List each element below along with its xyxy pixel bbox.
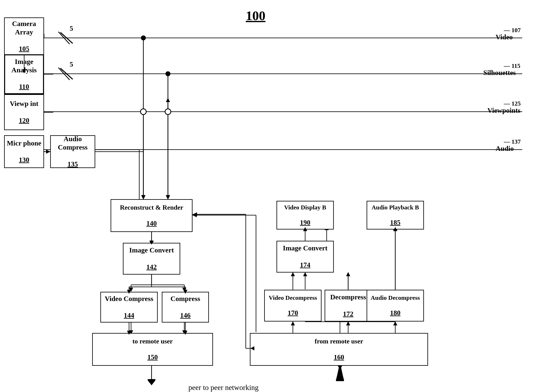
svg-marker-25 [166, 98, 170, 102]
svg-marker-81 [346, 272, 350, 276]
compress-146-box: Compress 146 [162, 292, 209, 323]
to-remote-user-box: to remote user 150 [92, 333, 213, 366]
image-convert-174-box: Image Convert 174 [277, 241, 334, 273]
svg-marker-118 [46, 150, 50, 154]
viewpoints-label: Viewpoints [487, 107, 520, 114]
svg-point-13 [141, 36, 146, 40]
audio-compress-box: Audio Compress 135 [50, 135, 95, 168]
svg-marker-89 [346, 321, 350, 325]
peer-to-peer-label: peer to peer networking [188, 383, 259, 392]
video-display-b-box: Video Display B 190 [277, 201, 334, 229]
svg-marker-93 [147, 380, 156, 385]
svg-line-111 [60, 68, 73, 79]
audio-decompress-180-box: Audio Decompress 180 [367, 290, 424, 322]
diagram: 100 5 5 [0, 0, 555, 392]
svg-line-4 [58, 32, 70, 44]
svg-marker-62 [346, 272, 350, 276]
viewpoint-box: Viewp int 120 [4, 94, 44, 130]
audio-ref: — 137 [504, 138, 521, 145]
microphone-box: Micr phone 130 [4, 135, 44, 168]
svg-point-15 [166, 72, 170, 76]
svg-point-125 [140, 109, 146, 115]
svg-marker-45 [147, 379, 156, 385]
svg-point-121 [141, 36, 146, 40]
audio-playback-b-box: Audio Playback B 185 [367, 201, 424, 229]
svg-marker-36 [129, 288, 133, 292]
svg-marker-128 [166, 98, 170, 102]
svg-marker-129 [141, 195, 146, 200]
svg-text:5: 5 [70, 25, 73, 32]
image-analysis-box: Image Analysis 110 [4, 54, 44, 94]
svg-text:5: 5 [70, 60, 73, 68]
svg-marker-96 [336, 366, 344, 380]
svg-marker-27 [166, 195, 170, 199]
svg-marker-91 [393, 321, 397, 325]
image-convert-142-box: Image Convert 142 [123, 243, 180, 274]
svg-point-123 [166, 71, 170, 76]
camera-array-box: Camera Array 105 [4, 17, 44, 55]
main-title: 100 [246, 8, 265, 23]
viewpoints-ref: — 125 [504, 100, 521, 107]
svg-marker-73 [46, 150, 50, 154]
video-ref: — 107 [504, 27, 521, 34]
svg-line-110 [60, 32, 73, 44]
svg-point-126 [165, 109, 171, 115]
svg-marker-75 [192, 213, 197, 217]
svg-line-6 [58, 68, 70, 80]
video-compress-144-box: Video Compress 144 [100, 292, 158, 323]
decompress-172-box: Decompress 172 [325, 290, 372, 322]
svg-marker-60 [303, 272, 307, 276]
audio-label: Audio [496, 145, 514, 152]
svg-marker-130 [166, 195, 170, 200]
svg-marker-87 [291, 321, 295, 325]
svg-point-16 [141, 109, 146, 114]
video-decompress-170-box: Video Decompress 170 [264, 290, 321, 322]
svg-marker-79 [291, 272, 295, 276]
svg-marker-26 [141, 195, 146, 199]
reconstruct-render-box: Reconstruct & Render 140 [111, 199, 192, 232]
svg-marker-95 [337, 365, 343, 370]
silhouettes-label: Silhouettes [483, 69, 516, 77]
video-label: Video [496, 33, 513, 41]
svg-point-17 [166, 109, 170, 114]
silhouettes-ref: — 115 [504, 62, 520, 69]
svg-marker-70 [193, 212, 197, 216]
from-remote-user-box: from remote user 160 [250, 333, 428, 366]
svg-marker-39 [182, 288, 186, 292]
